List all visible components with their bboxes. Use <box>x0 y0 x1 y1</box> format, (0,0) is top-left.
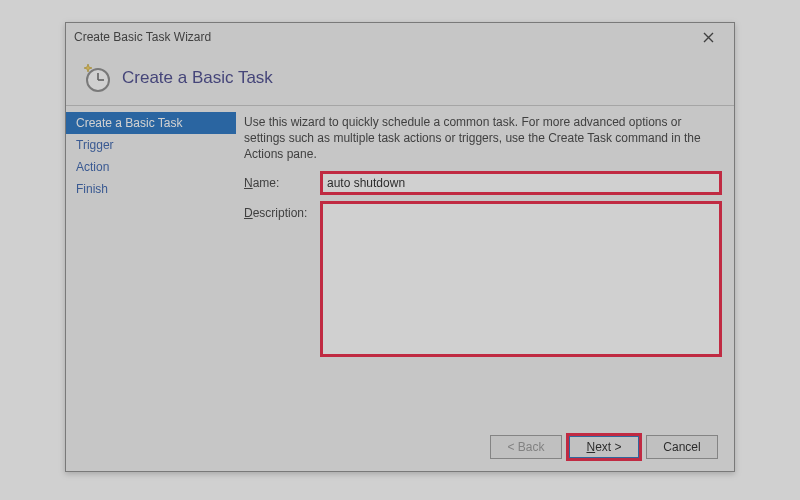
close-button[interactable] <box>688 25 728 49</box>
step-trigger[interactable]: Trigger <box>66 134 236 156</box>
wizard-content: Use this wizard to quickly schedule a co… <box>236 106 734 423</box>
title-bar: Create Basic Task Wizard <box>66 23 734 51</box>
name-row: Name: <box>244 173 720 193</box>
close-icon <box>703 32 714 43</box>
intro-text: Use this wizard to quickly schedule a co… <box>244 114 720 163</box>
wizard-footer: < Back Next > Cancel <box>66 423 734 471</box>
description-label: Description: <box>244 203 322 220</box>
description-row: Description: <box>244 203 720 355</box>
back-button: < Back <box>490 435 562 459</box>
page-title: Create a Basic Task <box>122 68 273 88</box>
description-textarea[interactable] <box>322 203 720 355</box>
wizard-header: Create a Basic Task <box>66 51 734 105</box>
wizard-body: Create a Basic Task Trigger Action Finis… <box>66 106 734 423</box>
window-title: Create Basic Task Wizard <box>74 30 688 44</box>
wizard-window: Create Basic Task Wizard Create a Basic … <box>65 22 735 472</box>
name-label: Name: <box>244 173 322 190</box>
step-action[interactable]: Action <box>66 156 236 178</box>
wizard-steps: Create a Basic Task Trigger Action Finis… <box>66 106 236 423</box>
name-input[interactable] <box>322 173 720 193</box>
step-create-basic-task[interactable]: Create a Basic Task <box>66 112 236 134</box>
cancel-button[interactable]: Cancel <box>646 435 718 459</box>
next-button[interactable]: Next > <box>568 435 640 459</box>
clock-new-icon <box>80 62 112 94</box>
step-finish[interactable]: Finish <box>66 178 236 200</box>
